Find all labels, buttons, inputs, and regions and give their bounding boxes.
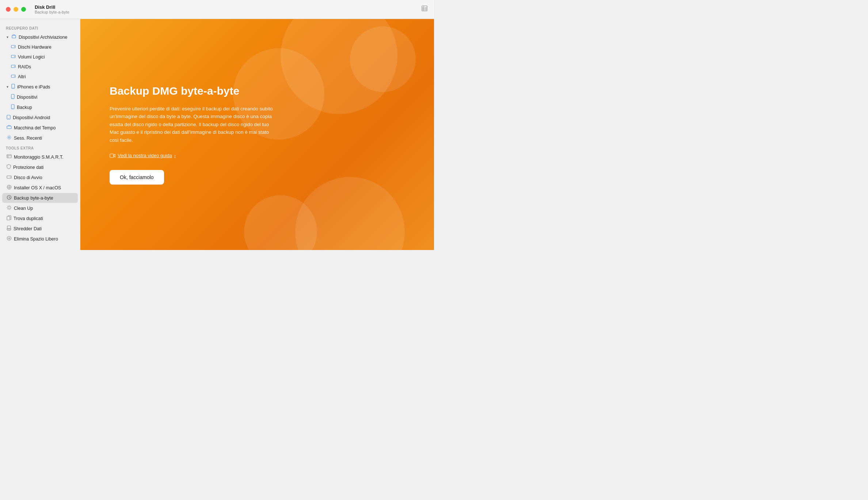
svg-point-8 — [14, 76, 15, 77]
svg-point-16 — [8, 118, 9, 119]
sidebar-item-label: Dischi Hardware — [18, 45, 52, 50]
shredder-icon — [7, 226, 11, 232]
fullscreen-button[interactable] — [21, 7, 26, 12]
sidebar-item-elimina-spazio[interactable]: Elimina Spazio Libero — [2, 234, 78, 244]
svg-rect-20 — [7, 176, 11, 178]
gear-icon — [7, 135, 12, 141]
raid-icon — [11, 64, 16, 70]
close-button[interactable] — [6, 7, 11, 12]
sidebar-item-label: Macchina del Tempo — [14, 125, 56, 130]
content-card: Backup DMG byte-a-byte Prevenire ulterio… — [110, 84, 278, 185]
sidebar-item-dispositivi[interactable]: Dispositivi — [2, 92, 78, 102]
content-body: Prevenire ulteriori perdite di dati: ese… — [110, 105, 278, 144]
sidebar: Recupero Dati ▾ Dispositivi Archiviazion… — [0, 19, 80, 250]
erase-space-icon — [7, 236, 12, 242]
recupero-dati-label: Recupero Dati — [0, 23, 80, 32]
svg-point-21 — [10, 177, 11, 178]
content-area: Backup DMG byte-a-byte Prevenire ulterio… — [80, 19, 434, 250]
video-guide-link[interactable]: Vedi la nostra video guida › — [110, 153, 278, 158]
drive-icon — [11, 34, 16, 40]
sidebar-item-backup-byte[interactable]: Backup byte-a-byte — [2, 193, 78, 203]
sidebar-item-label: Dispositivi — [17, 95, 37, 100]
other-icon — [11, 74, 16, 80]
bg-circle-4 — [295, 177, 405, 250]
titlebar-center: Disk Drill Backup byte-a-byte — [32, 4, 421, 14]
sidebar-item-label: Installer OS X / macOS — [14, 185, 61, 190]
sidebar-item-label: Elimina Spazio Libero — [14, 236, 58, 242]
svg-point-6 — [14, 66, 15, 67]
sidebar-item-label: Trova duplicati — [14, 216, 43, 221]
help-book-icon[interactable] — [421, 5, 428, 14]
sidebar-item-trova-duplicati[interactable]: Trova duplicati — [2, 213, 78, 223]
sidebar-item-label: Clean Up — [14, 206, 33, 211]
sidebar-item-label: Dispositivi Archiviazione — [19, 35, 67, 40]
sidebar-item-clean-up[interactable]: Clean Up — [2, 203, 78, 213]
traffic-lights — [6, 7, 26, 12]
sidebar-item-disco-avvio[interactable]: Disco di Avvio — [2, 173, 78, 182]
ok-button[interactable]: Ok, facciamolo — [110, 170, 164, 185]
bg-circle-5 — [244, 195, 317, 250]
chevron-down-icon: ▾ — [7, 85, 8, 89]
sidebar-item-label: Altri — [18, 74, 26, 79]
sidebar-item-volumi-logici[interactable]: Volumi Logici — [2, 52, 78, 62]
svg-rect-19 — [7, 155, 11, 158]
chevron-right-icon: › — [174, 153, 176, 158]
sidebar-item-dispositivi-archiviazione[interactable]: ▾ Dispositivi Archiviazione — [2, 32, 78, 42]
video-icon — [110, 154, 115, 158]
hdd-icon — [11, 44, 16, 50]
volume-icon — [11, 54, 16, 60]
svg-point-10 — [13, 88, 14, 88]
svg-rect-27 — [7, 226, 11, 228]
osx-icon — [7, 185, 12, 191]
sidebar-item-protezione-dati[interactable]: Protezione dati — [2, 162, 78, 172]
chevron-down-icon: ▾ — [7, 35, 8, 39]
titlebar: Disk Drill Backup byte-a-byte — [0, 0, 434, 19]
device-icon — [11, 94, 15, 100]
sidebar-item-label: Sess. Recenti — [14, 136, 42, 141]
iphone-icon — [11, 84, 15, 90]
app-title: Disk Drill — [35, 4, 55, 10]
svg-point-12 — [12, 98, 13, 99]
svg-point-14 — [12, 108, 13, 109]
svg-rect-32 — [110, 154, 114, 158]
sidebar-item-label: Backup — [17, 105, 32, 110]
sidebar-item-raids[interactable]: RAIDs — [2, 62, 78, 72]
minimize-button[interactable] — [14, 7, 18, 12]
app-subtitle: Backup byte-a-byte — [35, 10, 69, 14]
sidebar-item-label: Backup byte-a-byte — [14, 196, 53, 201]
sidebar-item-dischi-hardware[interactable]: Dischi Hardware — [2, 42, 78, 52]
main-layout: Recupero Dati ▾ Dispositivi Archiviazion… — [0, 19, 434, 250]
smart-icon — [7, 154, 12, 160]
sidebar-item-shredder-dati[interactable]: Shredder Dati — [2, 224, 78, 234]
sidebar-item-dispositivi-android[interactable]: Dispositivi Android — [2, 113, 78, 122]
svg-point-2 — [14, 46, 15, 47]
timemachine-icon — [7, 125, 12, 131]
sparkle-icon — [7, 205, 12, 211]
sidebar-item-iphones-ipads[interactable]: ▾ iPhones e iPads — [2, 82, 78, 92]
sidebar-item-label: Disco di Avvio — [14, 175, 42, 180]
sidebar-item-installer-osx[interactable]: Installer OS X / macOS — [2, 183, 78, 193]
video-guide-text: Vedi la nostra video guida — [118, 153, 172, 158]
bg-circle-1 — [281, 19, 397, 114]
clock-icon — [7, 195, 12, 201]
sidebar-item-backup[interactable]: Backup — [2, 102, 78, 112]
content-title: Backup DMG byte-a-byte — [110, 84, 278, 98]
bg-circle-3 — [350, 26, 416, 92]
sidebar-item-sess-recenti[interactable]: Sess. Recenti — [2, 133, 78, 143]
sidebar-item-label: iPhones e iPads — [17, 84, 50, 90]
sidebar-item-label: Dispositivi Android — [13, 115, 50, 120]
shield-icon — [7, 164, 11, 170]
duplicate-icon — [7, 215, 11, 221]
sidebar-item-monitoraggio-smart[interactable]: Monitoraggio S.M.A.R.T. — [2, 152, 78, 162]
sidebar-item-label: Monitoraggio S.M.A.R.T. — [14, 155, 63, 160]
svg-rect-26 — [7, 216, 10, 220]
sidebar-item-macchina-tempo[interactable]: Macchina del Tempo — [2, 123, 78, 133]
sidebar-item-label: Shredder Dati — [14, 226, 42, 231]
android-icon — [7, 114, 11, 121]
sidebar-item-altri[interactable]: Altri — [2, 72, 78, 82]
svg-point-4 — [14, 56, 15, 57]
svg-rect-0 — [12, 35, 16, 38]
tools-label: Tools Extra — [0, 143, 80, 152]
sidebar-item-label: Volumi Logici — [18, 54, 45, 60]
svg-point-18 — [8, 137, 10, 138]
